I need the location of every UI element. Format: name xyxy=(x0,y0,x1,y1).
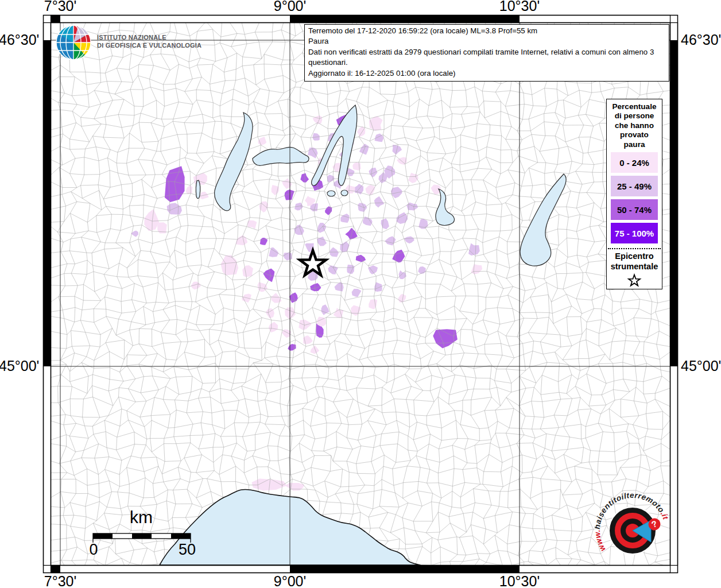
municipality-patch xyxy=(272,293,282,303)
legend-item-0-24%: 0 - 24% xyxy=(611,152,658,173)
legend-divider xyxy=(608,248,661,249)
municipality-patch xyxy=(247,220,257,229)
axis-label-lon-bottom-2: 10°30' xyxy=(499,574,540,588)
ingv-logo: ISTITUTO NAZIONALE DI GEOFISICA E VULCAN… xyxy=(55,24,201,61)
municipality-patch xyxy=(165,166,185,202)
axis-label-lon-top-2: 10°30' xyxy=(499,0,540,13)
municipality-patch xyxy=(468,243,480,256)
ingv-name-line1: ISTITUTO NAZIONALE xyxy=(97,33,201,41)
axis-label-lon-top-1: 9°00' xyxy=(274,0,306,13)
info-line-event: Terremoto del 17-12-2020 16:59:22 (ora l… xyxy=(308,26,665,36)
scale-bar-segment xyxy=(171,533,191,539)
municipality-patch xyxy=(340,214,349,223)
municipality-patch xyxy=(167,203,182,215)
info-line-source: Dati non verificati estratti da 2979 que… xyxy=(308,47,665,68)
municipality-patch xyxy=(308,148,318,158)
municipality-patch xyxy=(272,185,279,195)
legend-title: Percentuale di persone che hanno provato… xyxy=(607,99,662,149)
municipality-patch xyxy=(285,483,304,490)
info-line-question: Paura xyxy=(308,36,665,47)
lake-lugano xyxy=(253,147,309,165)
legend: Percentuale di persone che hanno provato… xyxy=(606,99,662,289)
legend-items: 0 - 24%25 - 49%50 - 74%75 - 100% xyxy=(607,152,662,243)
scale-bar-unit: km xyxy=(130,508,153,527)
axis-label-lat-right-1: 45°00' xyxy=(681,358,721,373)
municipality-patch xyxy=(258,282,268,292)
municipality-patch xyxy=(418,266,425,274)
axis-label-lon-top-0: 7°30' xyxy=(44,0,76,13)
ingv-name: ISTITUTO NAZIONALE DI GEOFISICA E VULCAN… xyxy=(97,33,201,61)
map-content xyxy=(51,23,670,566)
municipality-patch xyxy=(368,265,378,274)
municipality-patch xyxy=(311,345,320,354)
municipality-patch xyxy=(392,145,402,155)
municipality-patch xyxy=(381,218,389,229)
haisentitoilterremoto-logo: ? www.haisentitoilterremoto.it xyxy=(595,492,672,568)
lake-garda xyxy=(520,174,566,266)
axis-label-lat-left-1: 45°00' xyxy=(0,358,38,373)
municipality-patch xyxy=(351,305,360,316)
municipality-boundaries xyxy=(51,23,670,566)
municipality-patch xyxy=(269,322,278,332)
municipality-patch xyxy=(200,192,209,199)
lake-garlate xyxy=(341,190,348,196)
epicenter-star-icon xyxy=(627,273,642,288)
municipality-patch xyxy=(131,230,138,237)
municipality-patches xyxy=(131,114,482,491)
axis-label-lat-right-0: 46°30' xyxy=(681,32,721,47)
axis-label-lat-left-0: 46°30' xyxy=(0,32,38,47)
map-frame xyxy=(44,16,678,573)
lake-annone xyxy=(327,191,335,196)
municipality-patch xyxy=(269,247,278,257)
municipality-patch xyxy=(369,168,377,177)
municipality-patch xyxy=(299,320,311,330)
municipality-patch xyxy=(357,126,365,137)
legend-item-50-74%: 50 - 74% xyxy=(611,199,658,220)
municipality-patch xyxy=(263,268,274,282)
municipality-patch xyxy=(242,265,253,277)
scale-bar-segment xyxy=(113,533,132,539)
municipality-patch xyxy=(408,173,418,183)
ingv-name-line2: DI GEOFISICA E VULCANOLOGIA xyxy=(97,41,201,49)
ingv-globe-icon xyxy=(55,24,92,61)
municipality-patch xyxy=(366,185,375,195)
scale-bar-segment xyxy=(93,533,113,539)
scale-bar xyxy=(93,533,191,543)
legend-epicenter-label: Epicentro strumentale xyxy=(607,252,662,272)
info-line-updated: Aggiornato il: 16-12-2025 01:00 (ora loc… xyxy=(308,68,665,79)
municipality-patch xyxy=(345,228,358,240)
municipality-patch xyxy=(334,308,344,318)
axis-label-lon-bottom-1: 9°00' xyxy=(274,574,306,588)
map-page: ISTITUTO NAZIONALE DI GEOFISICA E VULCAN… xyxy=(0,0,721,588)
municipality-patch xyxy=(221,255,239,275)
lake-maggiore xyxy=(215,113,253,211)
axis-label-lon-bottom-0: 7°30' xyxy=(44,574,76,588)
municipality-patch xyxy=(356,255,366,262)
municipality-patch xyxy=(282,178,292,189)
municipality-patch xyxy=(374,196,385,208)
municipality-patch xyxy=(369,299,377,309)
municipality-patch xyxy=(186,185,193,194)
legend-item-25-49%: 25 - 49% xyxy=(611,176,658,196)
municipality-patch xyxy=(352,289,362,297)
municipality-patch xyxy=(285,307,296,319)
scale-bar-segment xyxy=(152,533,171,539)
municipality-patch xyxy=(369,116,383,131)
scale-bar-end: 50 xyxy=(179,541,196,559)
scale-bar-start: 0 xyxy=(89,541,98,559)
earthquake-info-box: Terremoto del 17-12-2020 16:59:22 (ora l… xyxy=(304,24,669,82)
municipality-patch xyxy=(471,264,483,274)
lake-orta xyxy=(196,180,200,199)
legend-item-75-100%: 75 - 100% xyxy=(611,223,658,243)
municipality-patch xyxy=(375,134,384,142)
municipality-patch xyxy=(144,209,159,231)
municipality-patch xyxy=(340,241,350,252)
scale-bar-segment xyxy=(132,533,152,539)
